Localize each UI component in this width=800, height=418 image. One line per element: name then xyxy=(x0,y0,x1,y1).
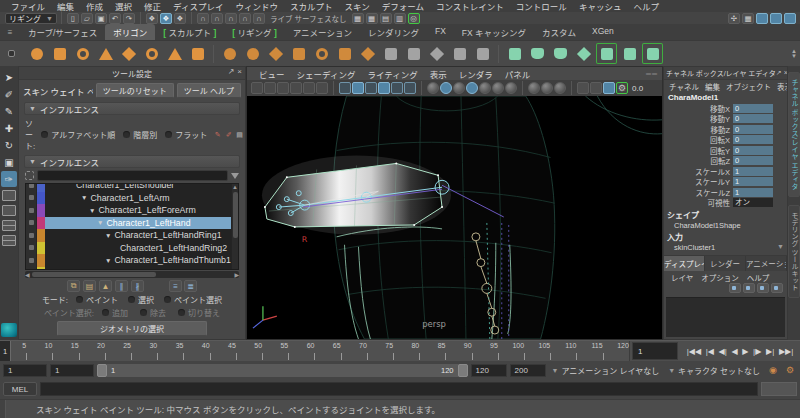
viewport-toolbar-icon[interactable] xyxy=(339,82,351,94)
mel-input[interactable] xyxy=(40,382,758,396)
menu-item[interactable]: スキン xyxy=(339,0,376,12)
shelf-tab[interactable]: カスタム xyxy=(534,24,584,40)
selection-mask-icon[interactable]: ❖ xyxy=(160,13,172,24)
influence-row[interactable]: ▼ Character1_LeftHandThumb1 xyxy=(26,254,238,267)
channel-row[interactable]: 移動X 0 xyxy=(664,103,787,114)
channel-row[interactable]: 移動Y 0 xyxy=(664,114,787,125)
expand-arrow-icon[interactable]: ▼ xyxy=(89,207,95,214)
viewport-toolbar-icon[interactable] xyxy=(505,82,517,94)
expand-arrow-icon[interactable]: ▼ xyxy=(105,257,111,264)
channel-row[interactable]: 回転Z 0 xyxy=(664,156,787,167)
tool-settings-titlebar[interactable]: ツール設定 ↗ × xyxy=(19,67,245,80)
channel-box-menu-item[interactable]: 編集 xyxy=(702,81,723,92)
history-icon[interactable]: ◎ xyxy=(408,13,420,24)
layer-editor-tab[interactable]: ディスプレイ xyxy=(664,256,705,271)
sidebar-toggle-icon[interactable]: ▦ xyxy=(742,13,754,24)
viewport-toolbar-icon[interactable] xyxy=(378,82,390,94)
influence-toggle-icon[interactable] xyxy=(26,217,37,230)
list-button[interactable]: ≡ xyxy=(169,280,182,292)
shelf-tab[interactable]: カーブ/サーフェス xyxy=(20,24,105,40)
shelf-button[interactable] xyxy=(449,43,470,64)
shelf-button[interactable] xyxy=(164,43,185,64)
status-icon[interactable]: ↶ xyxy=(109,13,121,24)
expand-arrow-icon[interactable]: ▼ xyxy=(97,219,103,226)
layout-single-pane-button[interactable] xyxy=(2,190,16,201)
shelf-button[interactable] xyxy=(334,43,355,64)
viewport-toolbar-icon[interactable] xyxy=(541,82,553,94)
channel-row[interactable]: スケールX 1 xyxy=(664,166,787,177)
mode-radio[interactable]: 選択 xyxy=(128,294,154,305)
current-frame-field[interactable]: 1 xyxy=(632,342,678,360)
time-slider-track[interactable]: 1 51015202530354045505560657075808590951… xyxy=(0,341,630,361)
shelf-button[interactable] xyxy=(596,43,617,64)
snap-icon[interactable]: ∩ xyxy=(225,13,237,24)
history-icon[interactable]: ▤ xyxy=(380,13,392,24)
shelf-tab[interactable]: [ リギング ] xyxy=(224,24,284,40)
shelf-tab[interactable]: FX xyxy=(427,24,454,40)
shelf-button[interactable] xyxy=(219,43,240,64)
shelf-button[interactable] xyxy=(403,43,424,64)
shelf-tab[interactable]: レンダリング xyxy=(360,24,427,40)
channel-box-menu-item[interactable]: チャネル xyxy=(666,81,702,92)
viewport-toolbar-icon[interactable] xyxy=(466,82,478,94)
shelf-button[interactable] xyxy=(95,43,116,64)
viewport-toolbar-icon[interactable] xyxy=(590,82,602,94)
range-end-handle[interactable] xyxy=(458,364,468,377)
sidebar-toggle-icon[interactable] xyxy=(770,13,782,24)
playback-button[interactable]: |◀ xyxy=(706,347,714,356)
shelf-button[interactable] xyxy=(118,43,139,64)
shelf-button[interactable] xyxy=(357,43,378,64)
shelf-button[interactable] xyxy=(642,43,663,64)
menu-set-selector[interactable]: リギング ▼ xyxy=(5,13,57,24)
shelf-button[interactable] xyxy=(426,43,447,64)
menu-item[interactable]: デフォーム xyxy=(376,0,430,12)
layout-two-pane-button[interactable] xyxy=(2,205,16,216)
channel-value-field[interactable]: オン xyxy=(733,198,773,207)
playback-button[interactable]: |◀◀ xyxy=(687,347,701,356)
layer-editor-tab[interactable]: アニメーション xyxy=(746,256,787,271)
channel-row[interactable]: 回転Y 0 xyxy=(664,145,787,156)
layer-menu-item[interactable]: オプション xyxy=(697,272,743,283)
viewport-toolbar-icon[interactable] xyxy=(427,82,439,94)
input-node-name[interactable]: skinCluster1 ▼ xyxy=(664,242,787,252)
expand-arrow-icon[interactable]: ▼ xyxy=(105,232,111,239)
influences-section-header[interactable]: ▼ インフルエンス xyxy=(24,102,240,115)
channel-value-field[interactable]: 0 xyxy=(733,125,773,134)
menu-item[interactable]: キャッシュ xyxy=(573,0,628,12)
range-bar[interactable]: 1 120 xyxy=(97,364,468,377)
channel-row[interactable]: スケールY 1 xyxy=(664,177,787,188)
channel-row[interactable]: 回転X 0 xyxy=(664,135,787,146)
remove-influence-icon[interactable]: ✐ xyxy=(224,130,233,139)
shelf-tab[interactable]: アニメーション xyxy=(285,24,360,40)
menu-item[interactable]: コンストレイント xyxy=(430,0,510,12)
chevron-down-icon[interactable]: ▼ xyxy=(777,243,784,250)
viewport-toolbar-icon[interactable] xyxy=(277,82,289,94)
tool-button[interactable]: ✚ xyxy=(1,120,17,136)
viewport-toolbar-icon[interactable] xyxy=(603,82,615,94)
viewport-toolbar-icon[interactable] xyxy=(264,82,276,94)
filter-icon[interactable] xyxy=(231,173,239,179)
influence-toggle-icon[interactable] xyxy=(26,183,37,192)
channel-value-field[interactable]: 0 xyxy=(733,146,773,155)
viewport-toolbar-icon[interactable] xyxy=(404,82,416,94)
channel-value-field[interactable]: 0 xyxy=(733,135,773,144)
influence-toggle-icon[interactable] xyxy=(26,192,37,205)
shelf-button[interactable] xyxy=(242,43,263,64)
close-icon[interactable]: × xyxy=(237,67,242,76)
channel-value-field[interactable]: 0 xyxy=(733,156,773,165)
tool-button[interactable]: ✑ xyxy=(1,171,17,187)
reset-tool-button[interactable]: ツールのリセット xyxy=(96,83,174,98)
pop-out-icon[interactable]: ↗ xyxy=(776,69,782,77)
animation-layer-dropdown[interactable]: ▼ アニメーション レイヤなし xyxy=(549,365,663,376)
shelf-button[interactable] xyxy=(141,43,162,64)
character-set-dropdown[interactable]: ▼ キャラクタ セットなし xyxy=(665,365,763,376)
channel-value-field[interactable]: 1 xyxy=(733,177,773,186)
menu-item[interactable]: スカルプト xyxy=(284,0,339,12)
tree-vertical-scrollbar[interactable]: ▲ xyxy=(231,184,238,269)
shelf-menu-icon[interactable]: ≡ xyxy=(4,26,16,38)
viewport-menu-item[interactable]: パネル xyxy=(499,68,537,80)
shelf-button[interactable] xyxy=(187,43,208,64)
viewport-toolbar-icon[interactable] xyxy=(492,82,504,94)
create-layer-icon[interactable] xyxy=(771,283,783,293)
shelf-button[interactable] xyxy=(265,43,286,64)
